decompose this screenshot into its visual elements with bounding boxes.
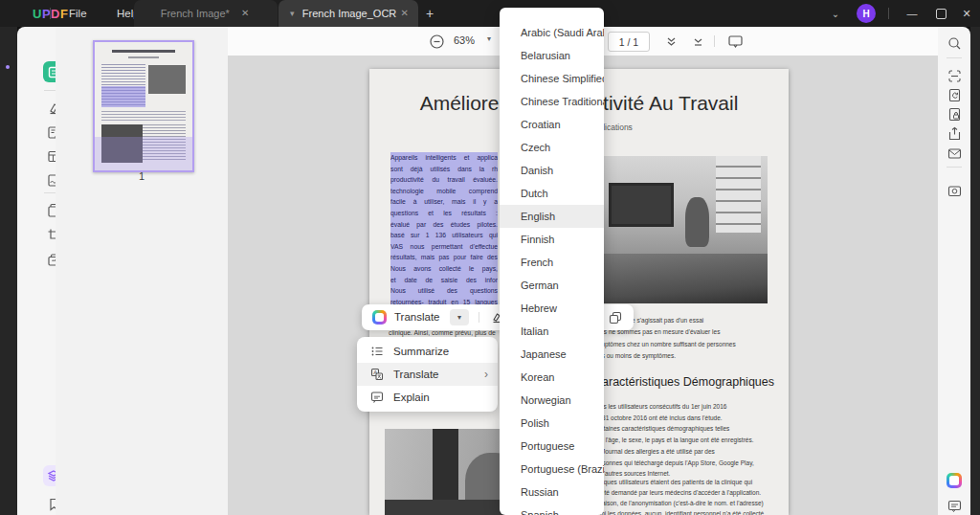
scroll-page-down-button[interactable]: [662, 33, 679, 50]
ai-context-menu: Summarize A Translate › Explain: [357, 337, 498, 412]
selected-text-line: évalué par des études pilotes.: [390, 219, 498, 231]
selected-text-line: résultats, mais pas pour faire des: [390, 252, 498, 263]
language-option[interactable]: Finnish: [500, 228, 604, 251]
menu-item-explain[interactable]: Explain: [357, 386, 498, 409]
summarize-icon: [370, 345, 384, 358]
language-option[interactable]: French: [500, 251, 604, 274]
language-option[interactable]: Portuguese: [500, 435, 604, 458]
language-option[interactable]: German: [500, 274, 604, 297]
document-text-line: Tous les utilisateurs consécutifs du 1er…: [593, 401, 754, 413]
language-option[interactable]: Chinese Traditional: [500, 90, 604, 113]
copy-button[interactable]: [607, 309, 624, 325]
titlebar-divider: [888, 8, 889, 19]
language-option[interactable]: Portuguese (Brazilian): [500, 458, 604, 481]
screenshot-icon: [947, 184, 962, 198]
maximize-icon: [936, 9, 947, 19]
zoom-out-icon: [429, 34, 445, 50]
tab-french-image[interactable]: French Image* ✕: [134, 0, 278, 27]
language-option[interactable]: Spanish: [500, 504, 604, 515]
jump-to-end-button[interactable]: [689, 33, 706, 50]
document-text-line: que l'âge, le sexe, le pays et la langue…: [593, 435, 754, 446]
ocr-scanner-icon: [947, 69, 962, 83]
selected-text-block[interactable]: Appareils intelligents et applica sont d…: [390, 152, 498, 307]
screenshot-button[interactable]: [946, 182, 963, 199]
titlebar-divider: [50, 8, 51, 19]
document-text-line: Le 31 octobre 2016 ont été inclus dans l…: [593, 413, 754, 424]
document-paragraph: Quelques utilisateurs étaient des patien…: [590, 477, 766, 515]
selected-text-line: sont déjà utilisés dans la rh: [390, 164, 498, 175]
menu-item-label: Summarize: [393, 346, 488, 357]
tab-dropdown-icon[interactable]: ▾: [290, 9, 295, 18]
notification-dot: [6, 65, 10, 69]
ocr-button[interactable]: [946, 67, 963, 84]
compress-button[interactable]: [946, 86, 963, 103]
selected-text-line: VAS nous permettant d'effectue: [390, 241, 498, 253]
window-close-button[interactable]: ✕: [952, 0, 980, 27]
language-option[interactable]: Danish: [500, 159, 604, 182]
page-number-input[interactable]: 1 / 1: [608, 32, 650, 52]
language-option[interactable]: Korean: [500, 366, 604, 389]
language-option[interactable]: Polish: [500, 412, 604, 435]
ai-sparkle-icon[interactable]: [372, 310, 387, 325]
language-option[interactable]: Japanese: [500, 343, 604, 366]
double-chevron-down-icon: [664, 34, 679, 49]
document-text-line: Le Journal des allergies a été utilisé p…: [593, 446, 754, 458]
window-minimize-button[interactable]: —: [898, 0, 926, 27]
tab-close-icon[interactable]: ✕: [399, 7, 411, 20]
submenu-chevron-icon: ›: [484, 368, 488, 381]
language-option[interactable]: Chinese Simplified: [500, 67, 604, 90]
language-option[interactable]: Norwegian: [500, 389, 604, 412]
tab-close-icon[interactable]: ✕: [239, 7, 251, 20]
user-avatar[interactable]: H: [857, 4, 876, 23]
language-option[interactable]: Czech: [500, 136, 604, 159]
menu-file[interactable]: File: [59, 0, 97, 27]
zoom-out-button[interactable]: [428, 33, 445, 50]
language-option[interactable]: Dutch: [500, 182, 604, 205]
tab-french-image-ocr[interactable]: ▾ French Image_OCR ✕: [278, 0, 418, 27]
language-option-selected[interactable]: English: [500, 205, 604, 228]
document-paragraph: Tous les utilisateurs consécutifs du 1er…: [593, 401, 754, 480]
translate-dropdown-button[interactable]: ▾: [450, 309, 469, 325]
selected-text-line: et date de saisie des infor: [390, 275, 498, 286]
reading-mode-button[interactable]: [725, 33, 745, 50]
language-option[interactable]: Russian: [500, 481, 604, 504]
thumbnail-page-number: 1: [56, 170, 228, 182]
new-tab-button[interactable]: +: [421, 5, 438, 22]
selected-text-line: questions et les résultats :: [390, 208, 498, 219]
photo-shape: [685, 197, 709, 247]
chevron-to-line-icon: [691, 34, 705, 49]
page-thumbnail[interactable]: [93, 40, 194, 172]
window-maximize-button[interactable]: [926, 0, 955, 27]
document-text-line: parmi les données, aucun, identifiant pe…: [590, 508, 766, 515]
language-option[interactable]: Croatian: [500, 113, 604, 136]
comment-panel-button[interactable]: [946, 498, 963, 515]
sidebar-divider: [947, 167, 962, 168]
titlebar-chevron-icon[interactable]: ⌄: [827, 6, 844, 21]
protect-button[interactable]: [946, 105, 963, 123]
translate-button[interactable]: Translate: [394, 311, 440, 323]
selected-text-line: Nous utilisé des questions: [390, 285, 498, 297]
search-button[interactable]: [946, 34, 963, 52]
zoom-dropdown-icon[interactable]: ▾: [487, 34, 491, 43]
share-button[interactable]: [946, 124, 963, 142]
zoom-level[interactable]: 63%: [454, 34, 475, 46]
selected-text-line: basé sur 1 136 utilisateurs qui: [390, 230, 498, 241]
language-option[interactable]: Hebrew: [500, 297, 604, 320]
document-photo-office: [595, 156, 768, 303]
document-text-line: Certaines caractéristiques démographique…: [593, 423, 754, 435]
language-option[interactable]: Belarusian: [500, 44, 604, 67]
document-text-line: personnes qui téléchargé depuis l'App St…: [593, 458, 754, 469]
left-frame-strip: [0, 27, 17, 515]
mail-button[interactable]: [946, 145, 963, 162]
selected-text-line: facile à utiliser, mais il y a: [390, 196, 498, 208]
selected-text-line: Nous avons collecté le pays,: [390, 263, 498, 275]
ai-assistant-button[interactable]: [947, 473, 962, 488]
selected-text-line: productivité du travail évaluée.: [390, 174, 498, 186]
chat-icon: [947, 500, 962, 513]
language-option[interactable]: Arabic (Saudi Arabia): [500, 21, 604, 44]
menu-item-label: Explain: [393, 392, 488, 403]
menu-item-translate[interactable]: A Translate ›: [357, 363, 498, 386]
language-option[interactable]: Italian: [500, 320, 604, 343]
share-icon: [947, 126, 962, 141]
menu-item-summarize[interactable]: Summarize: [357, 340, 498, 363]
